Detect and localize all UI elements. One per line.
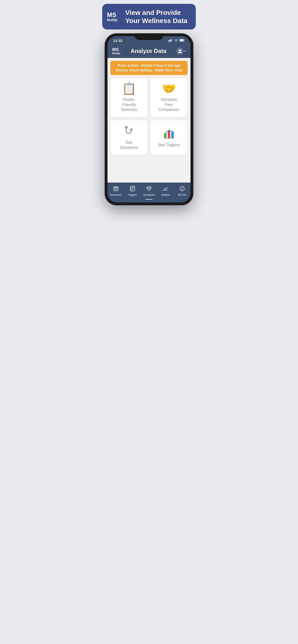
triggers-label: Triggers (128, 194, 137, 196)
svg-point-11 (131, 129, 132, 130)
phone-frame: 12:32 (105, 33, 193, 205)
analyze-icon (163, 186, 168, 192)
status-time: 12:32 (113, 38, 122, 43)
svg-point-4 (176, 41, 176, 42)
svg-rect-3 (172, 39, 173, 42)
svg-rect-6 (180, 40, 183, 41)
svg-rect-1 (170, 40, 170, 42)
nav-symptoms[interactable]: Symptoms (140, 184, 157, 198)
app-header: MS Buddy Analyze Data ▾ (107, 44, 191, 58)
see-symptoms-label: SeeSymptoms (120, 140, 138, 150)
banner-title: View and Provide Your Wellness Data (125, 8, 187, 25)
ms-info-label: MS Info (178, 194, 186, 196)
analyze-label: Analyze (161, 194, 170, 196)
wifi-icon (174, 39, 178, 42)
app-title: Analyze Data (130, 48, 166, 54)
doctor-summary-card[interactable]: 📋 Doctor-FriendlySummary (110, 78, 148, 117)
banner-title-line1: View and Provide (125, 8, 187, 17)
barchart-icon (163, 127, 175, 140)
nav-reminders[interactable]: Reminders (107, 184, 124, 198)
handshake-icon: 🤝 (162, 83, 176, 94)
banner-title-line2: Your Wellness Data (125, 17, 187, 25)
banner-ms-text: MS (107, 12, 116, 18)
banner-logo: MS Buddy (107, 12, 121, 22)
svg-rect-13 (168, 130, 170, 138)
svg-point-7 (179, 49, 181, 51)
alert-line2: Electric shock feelings - Right Toes / F… (114, 68, 184, 73)
svg-rect-14 (171, 132, 174, 138)
clipboard-icon: 📋 (122, 83, 136, 94)
svg-rect-12 (164, 133, 167, 138)
doctor-summary-label: Doctor-FriendlySummary (121, 97, 137, 112)
app-ms-text: MS (112, 48, 119, 52)
battery-icon (180, 39, 185, 42)
svg-rect-16 (114, 187, 118, 191)
page-wrapper: MS Buddy View and Provide Your Wellness … (99, 0, 199, 215)
triggers-icon (130, 186, 135, 192)
app-content: Press to End - Started 3 hour 0 min ago … (107, 58, 191, 182)
bottom-nav: Reminders Triggers (107, 182, 191, 202)
signal-icon (169, 39, 173, 42)
banner-buddy-text: Buddy (107, 18, 117, 22)
cards-grid: 📋 Doctor-FriendlySummary 🤝 SymptomPeerCo… (110, 78, 188, 155)
see-symptoms-card[interactable]: SeeSymptoms (110, 120, 148, 155)
alert-line1: Press to End - Started 3 hour 0 min ago (114, 63, 184, 68)
header-banner: MS Buddy View and Provide Your Wellness … (102, 4, 196, 30)
profile-menu[interactable]: ▾ (176, 48, 186, 54)
alert-banner[interactable]: Press to End - Started 3 hour 0 min ago … (110, 61, 188, 75)
nav-ms-info[interactable]: MS Info (174, 184, 191, 198)
profile-circle (176, 48, 184, 54)
svg-rect-2 (171, 39, 171, 42)
svg-point-27 (182, 187, 182, 188)
symptom-peer-label: SymptomPeerComparison (159, 97, 179, 112)
stethoscope-icon (123, 125, 135, 137)
phone-screen: 12:32 (107, 36, 191, 202)
reminders-icon (113, 186, 118, 192)
nav-analyze[interactable]: Analyze (158, 184, 174, 198)
phone-notch (135, 33, 163, 40)
status-icons (169, 39, 185, 42)
symptoms-label: Symptoms (143, 194, 155, 196)
symptom-peer-card[interactable]: 🤝 SymptomPeerComparison (150, 78, 188, 117)
nav-triggers[interactable]: Triggers (124, 184, 140, 198)
app-logo: MS Buddy (112, 48, 120, 54)
see-triggers-card[interactable]: See Triggers (150, 120, 188, 155)
see-triggers-label: See Triggers (158, 142, 180, 148)
svg-rect-0 (169, 40, 169, 42)
app-buddy-text: Buddy (112, 52, 120, 54)
ms-info-icon (180, 186, 185, 192)
symptoms-icon (146, 186, 152, 192)
profile-chevron-icon: ▾ (185, 50, 186, 52)
reminders-label: Reminders (110, 194, 121, 196)
